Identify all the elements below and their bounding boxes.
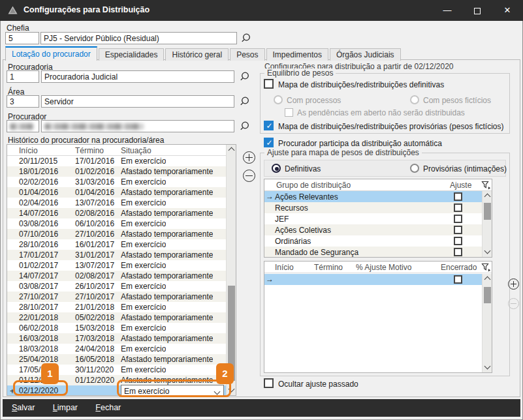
area-name-field[interactable]: Servidor xyxy=(41,95,234,108)
tab-3[interactable]: Pesos xyxy=(230,48,264,61)
historico-row[interactable]: 03/08/201726/10/2017Em exercício xyxy=(7,281,226,292)
ajuste-add-button[interactable] xyxy=(508,278,519,290)
procuradoria-code-field[interactable]: 1 xyxy=(7,70,39,83)
historico-row[interactable]: 03/08/201606/10/2016Em exercício xyxy=(7,218,226,229)
historico-row[interactable]: 22/01/201805/02/2018Afastado temporariam… xyxy=(7,312,226,323)
new-row-inicio-cell[interactable]: 02/12/2020 xyxy=(19,386,58,395)
historico-row[interactable]: 17/05/201830/11/2020Em exercício xyxy=(7,365,226,375)
historico-row[interactable]: 17/01/201731/01/2017Afastado temporariam… xyxy=(7,250,226,260)
historico-row[interactable]: 14/07/201602/08/2016Afastado temporariam… xyxy=(7,208,226,218)
tab-5[interactable]: Órgãos Judiciais xyxy=(330,48,401,61)
ajuste-checkbox[interactable] xyxy=(454,226,462,234)
radio-definitivas[interactable] xyxy=(272,164,281,173)
ajuste-checkbox[interactable] xyxy=(454,192,462,201)
tab-2[interactable]: Histórico geral xyxy=(165,48,229,61)
col-termino[interactable]: Término xyxy=(314,263,343,272)
grupo-row[interactable]: →Ações Relevantes xyxy=(264,191,482,202)
historico-new-row[interactable]: + 02/12/2020 Em exercício xyxy=(7,385,226,396)
chefia-name-field[interactable]: PJ5 - Servidor Público (Residual) xyxy=(40,32,237,44)
col-encerrado[interactable]: Encerrado xyxy=(441,263,477,272)
scroll-down-icon[interactable] xyxy=(227,385,236,395)
radio-com-processos[interactable] xyxy=(274,95,283,104)
scroll-down-icon[interactable] xyxy=(483,363,492,372)
checkbox-mapa-definitivas[interactable] xyxy=(264,79,274,89)
grupos-scrollbar[interactable] xyxy=(482,191,492,257)
scrollbar-thumb[interactable] xyxy=(484,203,491,220)
radio-com-pesos-ficticios[interactable] xyxy=(410,95,419,104)
filter-icon[interactable] xyxy=(481,263,491,274)
encerrado-checkbox[interactable] xyxy=(454,275,462,284)
checkbox-participa-distribuicao[interactable] xyxy=(264,138,274,147)
chefia-code-field[interactable]: 5 xyxy=(5,32,39,44)
historico-row[interactable]: 02/04/201613/07/2016Em exercício xyxy=(7,198,226,208)
inicio-cell: 27/10/2017 xyxy=(19,292,58,301)
historico-row[interactable]: 07/10/201627/10/2016Afastado temporariam… xyxy=(7,229,226,239)
historico-row[interactable]: 18/03/201824/04/2018Em exercício xyxy=(7,344,226,354)
procurador-code-field-redacted[interactable] xyxy=(7,120,39,132)
filter-icon[interactable] xyxy=(481,181,491,192)
close-button[interactable]: ✕ xyxy=(492,0,522,21)
grupo-row[interactable]: Ordinárias xyxy=(264,235,482,247)
col-grupo-distribuicao[interactable]: Grupo de distribuição xyxy=(276,181,351,190)
scroll-up-icon[interactable] xyxy=(227,145,236,155)
historico-row[interactable]: 18/01/201601/02/2016Afastado temporariam… xyxy=(7,166,226,177)
historico-row[interactable]: 27/10/201727/10/2017Afastado temporariam… xyxy=(7,292,226,302)
checkbox-ocultar-ajuste[interactable] xyxy=(264,378,274,388)
checkbox-mapa-provisorias[interactable] xyxy=(264,121,274,130)
checkbox-pendencias[interactable] xyxy=(285,108,293,117)
historico-row[interactable]: 16/03/201817/03/2018Afastado temporariam… xyxy=(7,333,226,344)
col-motivo[interactable]: Motivo xyxy=(388,263,411,272)
procurador-search-icon[interactable] xyxy=(239,121,250,132)
ajuste-new-row[interactable]: → xyxy=(264,274,482,285)
situacao-dropdown[interactable]: Em exercício xyxy=(121,385,224,396)
historico-row[interactable]: 20/11/201517/01/2016Em exercício xyxy=(7,156,226,166)
grupo-row[interactable]: Recursos xyxy=(264,202,482,213)
historico-add-button[interactable] xyxy=(243,151,255,164)
ajuste-remove-button[interactable] xyxy=(508,298,519,309)
grupo-row[interactable]: JEF xyxy=(264,213,482,224)
col-inicio[interactable]: Início xyxy=(275,263,294,272)
limpar-button[interactable]: Limpar xyxy=(53,403,78,412)
col-inicio[interactable]: Início xyxy=(19,146,38,155)
salvar-button[interactable]: Salvar xyxy=(12,403,35,412)
procuradoria-search-icon[interactable] xyxy=(239,71,250,82)
col-termino[interactable]: Término xyxy=(75,146,104,155)
historico-row[interactable]: 01/12/202001/12/2020Afastado temporariam… xyxy=(7,375,226,385)
historico-scrollbar[interactable] xyxy=(226,145,236,395)
fechar-button[interactable]: Fechar xyxy=(95,403,121,412)
procuradoria-name-field[interactable]: Procuradoria Judicial xyxy=(41,70,234,83)
historico-row[interactable]: 06/02/201815/03/2018Em exercício xyxy=(7,323,226,333)
chefia-search-icon[interactable] xyxy=(240,33,251,44)
historico-row[interactable]: 01/02/201713/07/2017Em exercício xyxy=(7,260,226,271)
area-search-icon[interactable] xyxy=(239,96,250,107)
scroll-up-icon[interactable] xyxy=(483,191,492,201)
col-situacao[interactable]: Situação xyxy=(121,146,151,155)
area-code-field[interactable]: 3 xyxy=(7,95,39,108)
ajustes-scrollbar[interactable] xyxy=(482,274,492,372)
historico-remove-button[interactable] xyxy=(243,170,255,182)
historico-row[interactable]: 25/04/201816/05/2018Afastado temporariam… xyxy=(7,354,226,365)
col-pct-ajuste[interactable]: % Ajuste xyxy=(356,263,387,272)
tab-0[interactable]: Lotação do procurador xyxy=(5,46,97,61)
grupo-row[interactable]: Ações Coletivas xyxy=(264,224,482,235)
scroll-up-icon[interactable] xyxy=(483,274,492,284)
radio-provisorias[interactable] xyxy=(410,164,419,173)
tab-1[interactable]: Especialidades xyxy=(99,48,165,61)
historico-row[interactable]: 14/07/201702/08/2017Afastado temporariam… xyxy=(7,271,226,281)
scroll-down-icon[interactable] xyxy=(483,247,492,257)
ajuste-checkbox[interactable] xyxy=(454,215,462,223)
col-ajuste[interactable]: Ajuste xyxy=(450,181,471,190)
scrollbar-thumb[interactable] xyxy=(484,287,491,303)
ajuste-checkbox[interactable] xyxy=(454,248,462,256)
maximize-button[interactable] xyxy=(462,0,492,21)
ajuste-checkbox[interactable] xyxy=(454,203,462,212)
historico-row[interactable]: 28/10/201721/01/2018Em exercício xyxy=(7,302,226,312)
minimize-button[interactable]: — xyxy=(432,0,462,21)
ajuste-checkbox[interactable] xyxy=(454,237,462,245)
historico-row[interactable]: 01/04/201601/04/2016Afastado temporariam… xyxy=(7,187,226,198)
historico-row[interactable]: 02/02/201631/03/2016Em exercício xyxy=(7,177,226,187)
historico-row[interactable]: 28/10/201616/01/2017Em exercício xyxy=(7,239,226,250)
grupo-row[interactable]: Mandado de Segurança xyxy=(264,247,482,258)
procurador-name-field-redacted[interactable] xyxy=(41,120,234,132)
tab-4[interactable]: Impedimentos xyxy=(266,48,328,61)
